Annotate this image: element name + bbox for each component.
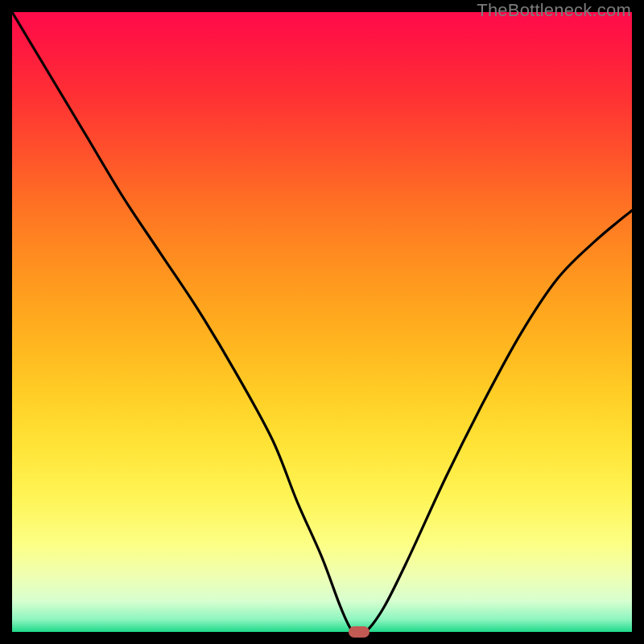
watermark-text: TheBottleneck.com — [477, 0, 631, 21]
optimal-marker — [349, 626, 369, 638]
chart-frame: TheBottleneck.com — [0, 0, 644, 644]
plot-area — [12, 12, 632, 632]
bottleneck-curve — [12, 12, 632, 632]
